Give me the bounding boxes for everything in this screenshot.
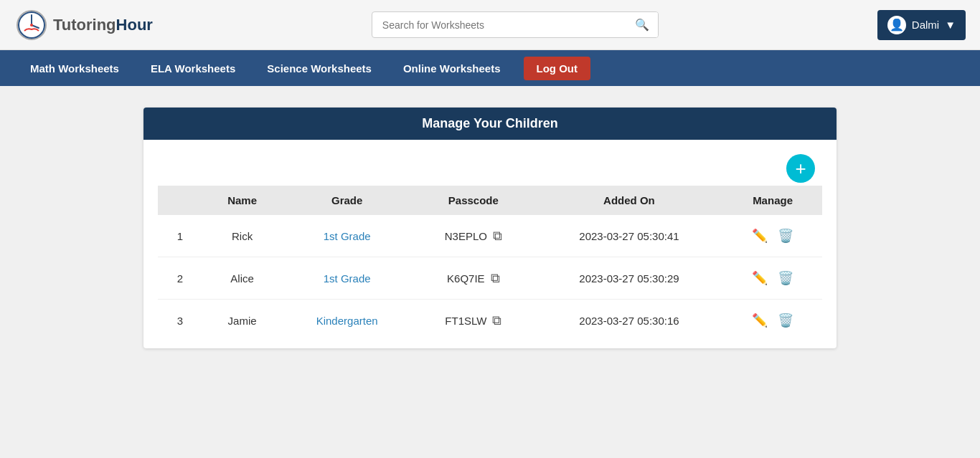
logo-text: TutoringHour: [53, 16, 153, 34]
children-table: Name Grade Passcode Added On Manage 1 Ri…: [158, 186, 822, 341]
copy-icon[interactable]: ⧉: [493, 229, 502, 244]
account-icon: 👤: [890, 18, 904, 32]
logout-button[interactable]: Log Out: [524, 57, 590, 80]
col-grade: Grade: [282, 186, 412, 215]
row-grade: 1st Grade: [282, 215, 412, 257]
row-name: Alice: [202, 257, 283, 300]
row-added-on: 2023-03-27 05:30:41: [535, 215, 723, 257]
col-manage: Manage: [723, 186, 822, 215]
add-btn-row: +: [158, 147, 822, 186]
col-passcode: Passcode: [412, 186, 535, 215]
row-added-on: 2023-03-27 05:30:29: [535, 257, 723, 300]
header: TutoringHour 🔍 👤 Dalmi ▼: [0, 0, 980, 50]
table-body: + Name Grade Passcode Added On Manage 1 …: [143, 140, 837, 348]
main-nav: Math Worksheets ELA Worksheets Science W…: [0, 50, 980, 86]
delete-icon[interactable]: 🗑️: [778, 228, 793, 244]
col-num: [158, 186, 202, 215]
row-num: 3: [158, 300, 202, 342]
row-grade: 1st Grade: [282, 257, 412, 300]
edit-icon[interactable]: ✏️: [752, 270, 768, 286]
nav-science[interactable]: Science Worksheets: [251, 52, 387, 85]
logo: TutoringHour: [14, 8, 153, 42]
row-added-on: 2023-03-27 05:30:16: [535, 300, 723, 342]
row-name: Jamie: [202, 300, 283, 342]
passcode-value: K6Q7IE: [447, 272, 485, 285]
manage-children-title: Manage Your Children: [143, 108, 837, 140]
edit-icon[interactable]: ✏️: [752, 228, 768, 244]
row-passcode: N3EPLO ⧉: [412, 215, 535, 257]
table-row: 2 Alice 1st Grade K6Q7IE ⧉ 2023-03-27 05…: [158, 257, 822, 300]
nav-ela[interactable]: ELA Worksheets: [135, 52, 251, 85]
search-icon: 🔍: [635, 19, 649, 31]
nav-online[interactable]: Online Worksheets: [387, 52, 517, 85]
table-row: 3 Jamie Kindergarten FT1SLW ⧉ 2023-03-27…: [158, 300, 822, 342]
edit-icon[interactable]: ✏️: [752, 313, 768, 328]
search-bar: 🔍: [372, 11, 659, 38]
row-passcode: FT1SLW ⧉: [412, 300, 535, 342]
manage-children-container: Manage Your Children + Name Grade Passco…: [143, 108, 837, 348]
row-num: 2: [158, 257, 202, 300]
main-content: Manage Your Children + Name Grade Passco…: [0, 86, 980, 370]
search-button[interactable]: 🔍: [626, 12, 658, 37]
delete-icon[interactable]: 🗑️: [778, 270, 793, 286]
row-name: Rick: [202, 215, 283, 257]
user-name: Dalmi: [912, 19, 939, 31]
copy-icon[interactable]: ⧉: [491, 271, 500, 286]
search-area: 🔍: [167, 11, 863, 38]
row-manage: ✏️ 🗑️: [723, 257, 822, 300]
user-menu-button[interactable]: 👤 Dalmi ▼: [877, 10, 966, 40]
svg-point-4: [30, 24, 33, 27]
table-row: 1 Rick 1st Grade N3EPLO ⧉ 2023-03-27 05:…: [158, 215, 822, 257]
col-added-on: Added On: [535, 186, 723, 215]
logo-icon: [14, 8, 49, 42]
row-manage: ✏️ 🗑️: [723, 215, 822, 257]
col-name: Name: [202, 186, 283, 215]
user-area: 👤 Dalmi ▼: [877, 10, 966, 40]
passcode-value: N3EPLO: [445, 230, 487, 242]
add-child-button[interactable]: +: [786, 154, 815, 183]
search-input[interactable]: [372, 14, 626, 37]
row-num: 1: [158, 215, 202, 257]
row-passcode: K6Q7IE ⧉: [412, 257, 535, 300]
user-avatar: 👤: [887, 16, 906, 34]
table-header-row: Name Grade Passcode Added On Manage: [158, 186, 822, 215]
copy-icon[interactable]: ⧉: [492, 313, 501, 328]
row-manage: ✏️ 🗑️: [723, 300, 822, 342]
row-grade: Kindergarten: [282, 300, 412, 342]
delete-icon[interactable]: 🗑️: [778, 313, 793, 328]
nav-math[interactable]: Math Worksheets: [14, 52, 135, 85]
dropdown-icon: ▼: [945, 19, 956, 31]
passcode-value: FT1SLW: [445, 315, 486, 327]
